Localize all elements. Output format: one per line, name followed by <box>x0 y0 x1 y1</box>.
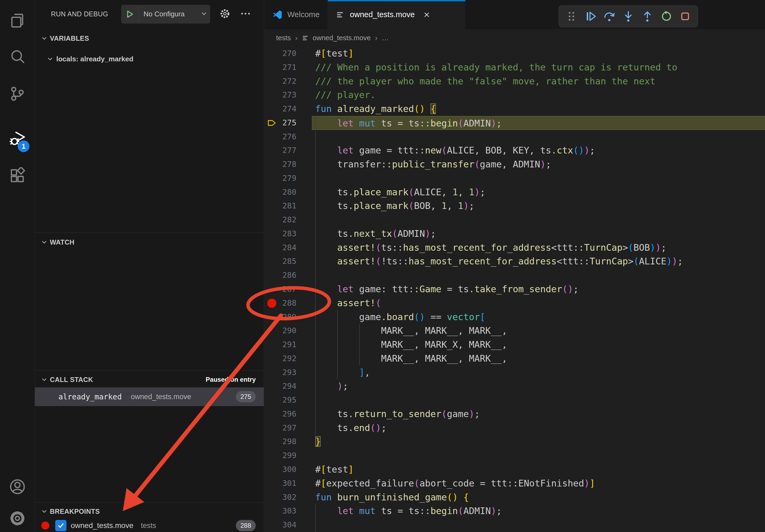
code-line[interactable]: 289 game.board() == vector[ <box>264 310 765 324</box>
explorer-icon[interactable] <box>0 6 35 35</box>
code-line[interactable]: 284 assert!(ts::has_most_recent_for_addr… <box>264 241 765 255</box>
code-line[interactable]: 286 <box>264 268 765 282</box>
gutter-glyph-margin[interactable] <box>264 407 279 421</box>
code-line[interactable]: 287 let game: ttt::Game = ts.take_from_s… <box>264 282 765 296</box>
code-line[interactable]: 278 transfer::public_transfer(game, ADMI… <box>264 157 765 171</box>
step-into-icon[interactable] <box>620 9 636 24</box>
gutter-glyph-margin[interactable] <box>264 268 279 282</box>
settings-gear-icon[interactable] <box>0 504 35 532</box>
debug-config-dropdown[interactable]: No Configura <box>121 5 210 24</box>
gutter-glyph-margin[interactable] <box>264 338 279 352</box>
gutter-glyph-margin[interactable] <box>264 504 279 518</box>
gutter-glyph-margin[interactable] <box>264 282 279 296</box>
code-line[interactable]: 271/// When a position is already marked… <box>264 61 765 75</box>
run-and-debug-icon[interactable]: 1 <box>0 124 35 153</box>
gutter-glyph-margin[interactable] <box>264 185 279 199</box>
code-line[interactable]: 274fun already_marked() { <box>264 102 765 116</box>
step-out-icon[interactable] <box>640 9 655 24</box>
code-line[interactable]: 275 let mut ts = ts::begin(ADMIN); <box>264 116 765 130</box>
breakpoint-row[interactable]: owned_tests.move tests 288 <box>35 519 264 532</box>
breakpoint-checkbox[interactable] <box>55 520 67 531</box>
gutter-glyph-margin[interactable] <box>264 199 279 213</box>
gutter-glyph-margin[interactable] <box>264 88 279 102</box>
gutter-glyph-margin[interactable] <box>264 352 279 366</box>
code-line[interactable]: 283 ts.next_tx(ADMIN); <box>264 227 765 241</box>
gutter-glyph-margin[interactable] <box>264 47 279 61</box>
gutter-glyph-margin[interactable] <box>264 157 279 171</box>
gutter-glyph-margin[interactable] <box>264 227 279 241</box>
variables-scope-row[interactable]: locals: already_marked <box>35 52 264 66</box>
code-line[interactable]: 280 ts.place_mark(ALICE, 1, 1); <box>264 185 765 199</box>
code-line[interactable]: 272/// the player who made the "false" m… <box>264 75 765 89</box>
gutter-glyph-margin[interactable] <box>264 102 279 116</box>
code-line[interactable]: 281 ts.place_mark(BOB, 1, 1); <box>264 199 765 213</box>
code-line[interactable]: 276 <box>264 130 765 144</box>
gutter-glyph-margin[interactable] <box>264 463 279 476</box>
gutter-glyph-margin[interactable] <box>264 213 279 227</box>
code-line[interactable]: 270#[test] <box>264 47 765 61</box>
gutter-glyph-margin[interactable] <box>264 421 279 435</box>
gutter-glyph-margin[interactable] <box>264 116 279 130</box>
breadcrumb-folder[interactable]: tests <box>276 34 291 42</box>
gutter-glyph-margin[interactable] <box>264 296 279 310</box>
code-line[interactable]: 279 <box>264 171 765 185</box>
breadcrumb-file[interactable]: owned_tests.move <box>313 34 371 42</box>
code-line[interactable]: 282 <box>264 213 765 227</box>
start-debug-icon[interactable] <box>121 5 139 24</box>
gutter-glyph-margin[interactable] <box>264 254 279 268</box>
stack-frame-row[interactable]: already_marked owned_tests.move 275 <box>35 387 264 406</box>
code-line[interactable]: 285 assert!(!ts::has_most_recent_for_add… <box>264 254 765 268</box>
gutter-glyph-margin[interactable] <box>264 435 279 449</box>
breakpoints-header[interactable]: BREAKPOINTS <box>35 505 264 518</box>
continue-icon[interactable] <box>583 9 598 24</box>
call-stack-header[interactable]: CALL STACK Paused on entry <box>35 373 264 386</box>
gutter-glyph-margin[interactable] <box>264 143 279 157</box>
extensions-icon[interactable] <box>0 161 35 191</box>
code-line[interactable]: 292 MARK__, MARK__, MARK__, <box>264 352 765 366</box>
step-over-icon[interactable] <box>601 9 617 24</box>
gutter-glyph-margin[interactable] <box>264 490 279 504</box>
gutter-glyph-margin[interactable] <box>264 518 279 532</box>
account-icon[interactable] <box>0 472 35 501</box>
code-line[interactable]: 303 let mut ts = ts::begin(ADMIN); <box>264 504 765 518</box>
close-icon[interactable] <box>422 10 431 19</box>
code-line[interactable]: 297 ts.end(); <box>264 421 765 435</box>
gutter-glyph-margin[interactable] <box>264 476 279 490</box>
gutter-glyph-margin[interactable] <box>264 393 279 407</box>
variables-header[interactable]: VARIABLES <box>35 32 264 45</box>
gutter-glyph-margin[interactable] <box>264 324 279 338</box>
source-control-icon[interactable] <box>0 79 35 109</box>
tab-welcome[interactable]: Welcome <box>264 0 328 29</box>
code-editor[interactable]: 270#[test]271/// When a position is alre… <box>264 47 765 532</box>
code-line[interactable]: 290 MARK__, MARK__, MARK__, <box>264 324 765 338</box>
gutter-glyph-margin[interactable] <box>264 241 279 255</box>
gutter-glyph-margin[interactable] <box>264 379 279 393</box>
code-line[interactable]: 301#[expected_failure(abort_code = ttt::… <box>264 476 765 490</box>
gutter-glyph-margin[interactable] <box>264 366 279 380</box>
breakpoint-dot-icon[interactable] <box>267 299 276 308</box>
tab-owned-tests[interactable]: owned_tests.move <box>328 0 465 29</box>
more-actions-icon[interactable] <box>240 8 252 21</box>
breadcrumb-more[interactable]: … <box>382 34 389 42</box>
code-line[interactable]: 295 <box>264 393 765 407</box>
code-line[interactable]: 291 MARK__, MARK_X, MARK__, <box>264 338 765 352</box>
stop-icon[interactable] <box>677 9 693 24</box>
toolbar-drag-handle[interactable] <box>564 9 579 24</box>
code-line[interactable]: 288 assert!( <box>264 296 765 310</box>
code-line[interactable]: 293 ], <box>264 366 765 380</box>
code-line[interactable]: 299 <box>264 449 765 463</box>
code-line[interactable]: 277 let game = ttt::new(ALICE, BOB, KEY,… <box>264 143 765 157</box>
code-line[interactable]: 298} <box>264 435 765 449</box>
code-line[interactable]: 294 ); <box>264 379 765 393</box>
watch-header[interactable]: WATCH <box>35 235 264 249</box>
gutter-glyph-margin[interactable] <box>264 75 279 89</box>
restart-icon[interactable] <box>658 9 674 24</box>
code-line[interactable]: 296 ts.return_to_sender(game); <box>264 407 765 421</box>
code-line[interactable]: 273/// player. <box>264 88 765 102</box>
gutter-glyph-margin[interactable] <box>264 61 279 75</box>
code-line[interactable]: 304 <box>264 518 765 532</box>
debug-settings-gear-icon[interactable] <box>219 8 231 20</box>
gutter-glyph-margin[interactable] <box>264 171 279 185</box>
search-icon[interactable] <box>0 42 35 72</box>
gutter-glyph-margin[interactable] <box>264 310 279 324</box>
